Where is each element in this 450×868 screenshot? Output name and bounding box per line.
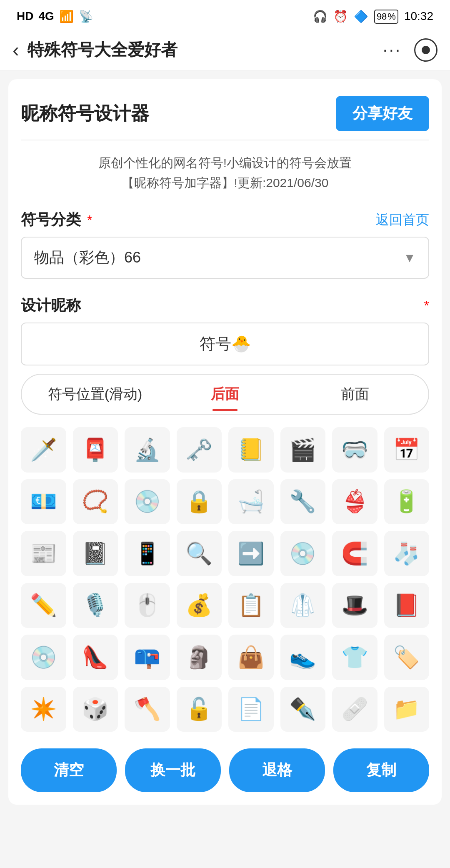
- copy-button[interactable]: 复制: [333, 748, 429, 792]
- tab-indicator: [212, 409, 238, 411]
- more-button[interactable]: ···: [383, 40, 402, 59]
- emoji-cell[interactable]: 🏷️: [384, 635, 430, 680]
- status-right: 🎧 ⏰ 🔷 98% 10:32: [313, 9, 433, 24]
- emoji-cell[interactable]: 📋: [228, 583, 274, 628]
- nickname-display[interactable]: 符号🐣: [21, 323, 429, 365]
- emoji-cell[interactable]: 🗿: [177, 635, 222, 680]
- status-left: HD 4G 📶 📡: [17, 10, 93, 23]
- share-button[interactable]: 分享好友: [336, 96, 429, 131]
- emoji-cell[interactable]: 📅: [384, 427, 430, 473]
- dropdown-arrow-icon: ▼: [403, 251, 416, 265]
- emoji-cell[interactable]: 👠: [73, 635, 118, 680]
- emoji-cell[interactable]: 🖱️: [125, 583, 170, 628]
- clear-button[interactable]: 清空: [21, 748, 117, 792]
- category-required: *: [87, 213, 92, 228]
- nav-bar: ‹ 特殊符号大全爱好者 ···: [0, 29, 450, 71]
- emoji-cell[interactable]: 💿: [280, 531, 326, 576]
- description-content: 原创个性化的网名符号!小编设计的符号会放置 【昵称符号加字器】!更新:2021/…: [98, 156, 352, 190]
- wifi-icon: 📡: [79, 10, 93, 23]
- tab-scroll[interactable]: 符号位置(滑动): [30, 379, 160, 410]
- emoji-cell[interactable]: 📓: [73, 531, 118, 576]
- refresh-button[interactable]: 换一批: [125, 748, 221, 792]
- nickname-value: 符号🐣: [200, 335, 251, 353]
- header-section: 昵称符号设计器 分享好友: [21, 96, 429, 140]
- emoji-cell[interactable]: 🩹: [332, 687, 378, 732]
- alarm-icon: ⏰: [333, 10, 348, 23]
- signal-bars: 📶: [59, 10, 74, 23]
- emoji-cell[interactable]: 🔍: [177, 531, 222, 576]
- time-display: 10:32: [404, 10, 433, 23]
- tab-back[interactable]: 后面: [160, 379, 290, 410]
- emoji-cell[interactable]: 🎬: [280, 427, 326, 473]
- category-dropdown[interactable]: 物品（彩色）66 ▼: [21, 237, 429, 279]
- emoji-cell[interactable]: ✴️: [21, 687, 66, 732]
- emoji-cell[interactable]: 🧲: [332, 531, 378, 576]
- emoji-cell[interactable]: 👙: [332, 479, 378, 525]
- emoji-cell[interactable]: 🗡️: [21, 427, 66, 473]
- emoji-cell[interactable]: 🎙️: [73, 583, 118, 628]
- emoji-cell[interactable]: 📪: [125, 635, 170, 680]
- nickname-required: *: [424, 298, 429, 313]
- emoji-cell[interactable]: 📒: [228, 427, 274, 473]
- battery-box: 98%: [374, 10, 398, 24]
- backspace-button[interactable]: 退格: [229, 748, 325, 792]
- emoji-cell[interactable]: 💿: [21, 635, 66, 680]
- emoji-cell[interactable]: 🗝️: [177, 427, 222, 473]
- emoji-cell[interactable]: 📿: [73, 479, 118, 525]
- emoji-cell[interactable]: 💶: [21, 479, 66, 525]
- category-label: 符号分类 *: [21, 210, 92, 230]
- nav-title: 特殊符号大全爱好者: [28, 38, 383, 61]
- record-icon: [422, 46, 430, 54]
- status-bar: HD 4G 📶 📡 🎧 ⏰ 🔷 98% 10:32: [0, 0, 450, 29]
- emoji-cell[interactable]: 🔓: [177, 687, 222, 732]
- hd-indicator: HD: [17, 10, 33, 23]
- emoji-cell[interactable]: 🧦: [384, 531, 430, 576]
- emoji-cell[interactable]: ➡️: [228, 531, 274, 576]
- emoji-grid: 🗡️📮🔬🗝️📒🎬🥽📅💶📿💿🔒🛁🔧👙🔋📰📓📱🔍➡️💿🧲🧦✏️🎙️🖱️💰📋🥼🎩📕💿👠…: [21, 427, 429, 732]
- emoji-cell[interactable]: 📮: [73, 427, 118, 473]
- emoji-cell[interactable]: ✒️: [280, 687, 326, 732]
- record-button[interactable]: [414, 38, 438, 62]
- back-home-link[interactable]: 返回首页: [376, 211, 429, 229]
- emoji-cell[interactable]: 📁: [384, 687, 430, 732]
- emoji-cell[interactable]: 🔬: [125, 427, 170, 473]
- emoji-cell[interactable]: 📰: [21, 531, 66, 576]
- emoji-cell[interactable]: 🔒: [177, 479, 222, 525]
- emoji-cell[interactable]: 🔋: [384, 479, 430, 525]
- position-tabs: 符号位置(滑动) 后面 前面: [21, 374, 429, 415]
- headphone-icon: 🎧: [313, 10, 328, 23]
- back-button[interactable]: ‹: [12, 38, 19, 61]
- bottom-buttons: 清空 换一批 退格 复制: [21, 748, 429, 792]
- emoji-cell[interactable]: 🔧: [280, 479, 326, 525]
- emoji-cell[interactable]: 💰: [177, 583, 222, 628]
- emoji-cell[interactable]: 🛁: [228, 479, 274, 525]
- category-selected: 物品（彩色）66: [34, 248, 141, 268]
- main-content: 昵称符号设计器 分享好友 原创个性化的网名符号!小编设计的符号会放置 【昵称符号…: [8, 79, 442, 805]
- emoji-cell[interactable]: 🎩: [332, 583, 378, 628]
- emoji-cell[interactable]: 👜: [228, 635, 274, 680]
- battery-level: 98: [377, 11, 387, 22]
- page-title: 昵称符号设计器: [21, 101, 149, 126]
- emoji-cell[interactable]: 🥽: [332, 427, 378, 473]
- nickname-label-text: 设计昵称: [21, 295, 81, 316]
- signal-4g: 4G: [38, 10, 54, 23]
- emoji-cell[interactable]: 👕: [332, 635, 378, 680]
- battery-indicator: 98%: [374, 9, 398, 24]
- description-text: 原创个性化的网名符号!小编设计的符号会放置 【昵称符号加字器】!更新:2021/…: [21, 153, 429, 193]
- emoji-cell[interactable]: 🥼: [280, 583, 326, 628]
- emoji-cell[interactable]: ✏️: [21, 583, 66, 628]
- category-label-text: 符号分类: [21, 211, 81, 228]
- emoji-cell[interactable]: 📕: [384, 583, 430, 628]
- emoji-cell[interactable]: 📱: [125, 531, 170, 576]
- category-label-row: 符号分类 * 返回首页: [21, 210, 429, 230]
- tab-front[interactable]: 前面: [290, 379, 420, 410]
- emoji-cell[interactable]: 🪓: [125, 687, 170, 732]
- emoji-cell[interactable]: 📄: [228, 687, 274, 732]
- nickname-label-row: 设计昵称 *: [21, 295, 429, 316]
- emoji-cell[interactable]: 👟: [280, 635, 326, 680]
- emoji-cell[interactable]: 🎲: [73, 687, 118, 732]
- bluetooth-icon: 🔷: [354, 10, 368, 23]
- emoji-cell[interactable]: 💿: [125, 479, 170, 525]
